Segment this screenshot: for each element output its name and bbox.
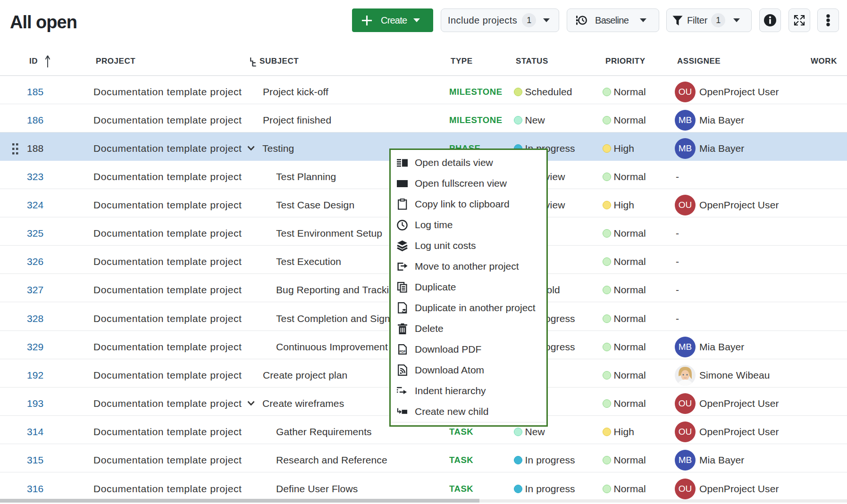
svg-text:PDF: PDF [399, 350, 405, 353]
